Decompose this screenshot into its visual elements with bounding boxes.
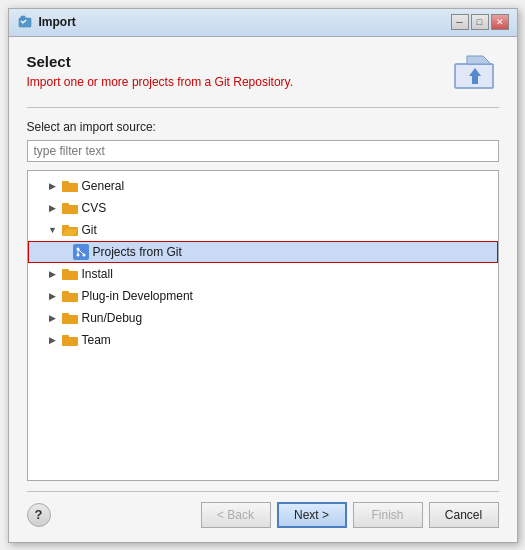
dialog-title: Select <box>27 53 451 70</box>
tree-item-team[interactable]: ▶ Team <box>28 329 498 351</box>
folder-icon-team <box>62 333 78 347</box>
tree-item-cvs[interactable]: ▶ CVS <box>28 197 498 219</box>
footer-buttons: < Back Next > Finish Cancel <box>201 502 499 528</box>
footer-section: ? < Back Next > Finish Cancel <box>27 491 499 532</box>
title-bar: Import ─ □ ✕ <box>9 9 517 37</box>
filter-label: Select an import source: <box>27 120 499 134</box>
window-title: Import <box>39 15 451 29</box>
tree-item-general[interactable]: ▶ General <box>28 175 498 197</box>
expand-cvs[interactable]: ▶ <box>46 201 60 215</box>
dialog-content: Select Import one or more projects from … <box>9 37 517 542</box>
header-text: Select Import one or more projects from … <box>27 53 451 89</box>
svg-rect-0 <box>19 18 31 27</box>
filter-input[interactable] <box>27 140 499 162</box>
header-divider <box>27 107 499 108</box>
svg-rect-1 <box>21 16 25 19</box>
window-icon <box>17 14 33 30</box>
finish-button[interactable]: Finish <box>353 502 423 528</box>
tree-item-install-label: Install <box>82 267 113 281</box>
tree-item-general-label: General <box>82 179 125 193</box>
tree-item-run-debug[interactable]: ▶ Run/Debug <box>28 307 498 329</box>
svg-rect-6 <box>62 181 69 185</box>
expand-install[interactable]: ▶ <box>46 267 60 281</box>
tree-item-plugin-dev-label: Plug-in Development <box>82 289 193 303</box>
tree-container: ▶ General ▶ CVS <box>27 170 499 481</box>
help-button[interactable]: ? <box>27 503 51 527</box>
header-icon <box>451 53 499 93</box>
svg-marker-3 <box>467 56 491 64</box>
folder-icon-plugin-dev <box>62 289 78 303</box>
expand-plugin-dev[interactable]: ▶ <box>46 289 60 303</box>
next-button[interactable]: Next > <box>277 502 347 528</box>
expand-general[interactable]: ▶ <box>46 179 60 193</box>
expand-team[interactable]: ▶ <box>46 333 60 347</box>
tree-item-git-label: Git <box>82 223 97 237</box>
header-section: Select Import one or more projects from … <box>27 53 499 93</box>
back-button[interactable]: < Back <box>201 502 271 528</box>
tree-item-projects-from-git-label: Projects from Git <box>93 245 182 259</box>
maximize-button[interactable]: □ <box>471 14 489 30</box>
tree-item-plugin-dev[interactable]: ▶ Plug-in Development <box>28 285 498 307</box>
close-button[interactable]: ✕ <box>491 14 509 30</box>
tree-item-team-label: Team <box>82 333 111 347</box>
tree-item-git[interactable]: ▼ Git <box>28 219 498 241</box>
window-controls: ─ □ ✕ <box>451 14 509 30</box>
svg-rect-8 <box>62 203 69 207</box>
folder-icon-install <box>62 267 78 281</box>
tree-item-cvs-label: CVS <box>82 201 107 215</box>
import-dialog: Import ─ □ ✕ Select Import one or more p… <box>8 8 518 543</box>
tree-item-run-debug-label: Run/Debug <box>82 311 143 325</box>
folder-icon-general <box>62 179 78 193</box>
git-item-icon <box>73 244 89 260</box>
expand-run-debug[interactable]: ▶ <box>46 311 60 325</box>
svg-rect-10 <box>62 225 69 229</box>
tree-item-projects-from-git[interactable]: Projects from Git <box>28 241 498 263</box>
cancel-button[interactable]: Cancel <box>429 502 499 528</box>
svg-rect-25 <box>62 335 69 339</box>
folder-icon-git <box>62 223 78 237</box>
svg-rect-21 <box>62 291 69 295</box>
minimize-button[interactable]: ─ <box>451 14 469 30</box>
dialog-subtitle: Import one or more projects from a Git R… <box>27 75 451 89</box>
expand-git[interactable]: ▼ <box>46 223 60 237</box>
folder-icon-run-debug <box>62 311 78 325</box>
tree-item-install[interactable]: ▶ Install <box>28 263 498 285</box>
folder-icon-cvs <box>62 201 78 215</box>
svg-rect-19 <box>62 269 69 273</box>
svg-rect-23 <box>62 313 69 317</box>
